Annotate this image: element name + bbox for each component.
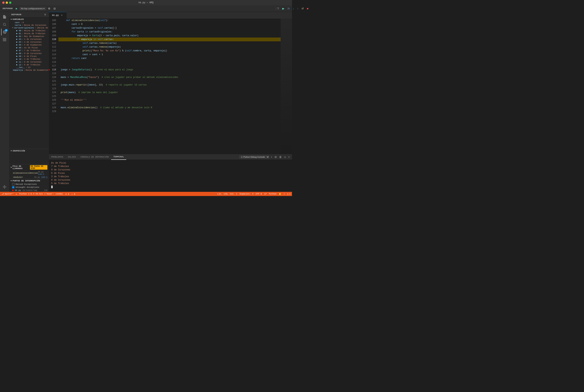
status-bell[interactable]: 🔔 [279,193,282,195]
bp-raised-label: Raised Exceptions [16,183,37,186]
status-position[interactable]: Lín. 110, Col. 1 [217,193,238,195]
step-over-button[interactable]: ↷ [287,7,290,10]
inspection-section-header[interactable]: ▼ INSPECCIÓN [9,149,49,153]
terminal-dropdown[interactable]: 1: Python Debug Console [239,155,269,159]
svg-rect-6 [5,40,6,41]
depurar-label: DEPURAR [12,14,22,16]
activity-explorer[interactable] [1,14,8,20]
panel-tabs: PROBLEMAS SALIDA CONSOLA DE DEPURACIÓN T… [49,154,292,160]
window-controls[interactable] [2,2,12,4]
activity-settings[interactable] [1,184,8,190]
line-ending-text: LF [264,193,266,195]
var-carta[interactable]: carta : Reina de Corazones [9,24,49,26]
ln-112: 112 [49,45,56,49]
code-line-117 [58,64,280,68]
code-content[interactable]: def eliminaCoincidencias(self): cant = 0… [58,18,280,154]
code-line-107: cartasOriginales = self.cartas[:] [58,26,280,30]
status-sync[interactable]: ↻ 1 [287,193,290,195]
var-12[interactable]: ▶ 12 : 5 de Tréboles [9,63,49,66]
var-04[interactable]: ▶ 04 : 3 de Corazones [9,40,49,44]
var-11[interactable]: ▶ 11 : 8 de Corazones [9,60,49,63]
bp-raised-checkbox[interactable] [12,183,14,186]
var-10[interactable]: ▶ 10 : 3 de Tréboles [9,58,49,60]
bp-line-num: 118 [44,189,48,192]
sidebar-actions: ⎘ [44,13,47,16]
gear-button[interactable]: ⚙ [47,6,52,10]
variables-label: VARIABLES [12,18,24,20]
bp-uncaught-checkbox[interactable]: ✓ [12,186,14,188]
var-cartasoriginales[interactable]: ▼ cartasOriginales : [Reina de Corazones… [9,26,49,29]
ln-120: 120 [49,76,56,79]
status-warnings[interactable]: ⚠ 0 [72,193,75,195]
ln-107: 107 [49,26,56,30]
panel-up-button[interactable]: ∧ [283,155,287,159]
continue-button[interactable]: ▶ [282,7,285,10]
var-empareja[interactable]: empareja : Reina de Diamantes [9,69,49,72]
var-00[interactable]: ▶ 00 : Reina de Tréboles [9,29,49,32]
var-09[interactable]: ▶ 09 : 6 de Picas [9,55,49,58]
branch-name: master* [5,193,14,195]
code-line-108: for carta in cartasOriginales: [58,30,280,34]
status-errors[interactable]: ⊘ 0 [66,193,69,195]
tab-debug-console[interactable]: CONSOLA DE DEPURACIÓN [78,154,111,160]
code-editor: 105 106 107 108 109 → 110 111 112 113 11… [49,18,292,154]
ln-125: 125 [49,94,56,98]
code-line-110: if empareja in self.cartas: [58,38,280,41]
tab-terminal[interactable]: TERMINAL [111,154,126,160]
status-branch[interactable]: ⎇ master* [2,193,14,195]
tab-problems[interactable]: PROBLEMAS [49,154,66,160]
svg-rect-5 [3,40,4,41]
var-02[interactable]: ▶ 02 : Rey de Diamantes [9,35,49,38]
terminal-content[interactable]: As de Picas 7 de Tréboles 9 de Corazones… [49,160,292,192]
variables-section-header[interactable]: ▼ VARIABLES [9,18,49,21]
breakpoints-header[interactable]: ▼ PUNTOS DE INTERRUPCIÓN [9,179,49,183]
warnings-text: ⚠ 0 [72,193,75,195]
callstack-loc-0: kk.py 110:1 [38,171,48,175]
var-03[interactable]: ▶ 03 : 4 de Corazones [9,38,49,40]
variables-list: cant : 0 carta : Reina de Corazones ▼ ca… [9,21,49,149]
close-button[interactable] [2,2,4,4]
status-language[interactable]: Python [269,193,277,195]
play-button[interactable]: ▶ [14,7,18,10]
config-button[interactable]: No hay configuraciones ▾ [19,7,46,10]
tab-output[interactable]: SALIDA [66,154,78,160]
var-05[interactable]: ▶ 05 : 4 de Diamantes [9,44,49,46]
maximize-button[interactable] [9,2,12,4]
status-encoding[interactable]: UTF-8 [256,193,262,195]
bp-uncaught-exceptions[interactable]: ✓ Uncaught Exceptions [9,186,49,189]
var-08[interactable]: ▶ 08 : 9 de Corazones [9,52,49,55]
callstack-item-0[interactable]: eliminaCoincidencias kk.py 110:1 [9,170,49,176]
var-07[interactable]: ▶ 07 : 7 de Tréboles [9,49,49,52]
bp-file[interactable]: kk.py /private/tmp 118 [9,189,49,192]
tab-kkpy[interactable]: kk.py × [49,12,66,18]
minimize-button[interactable] [6,2,8,4]
sync-icon: ↻ [287,193,288,195]
tab-kkpy-close[interactable]: × [60,14,63,17]
var-len[interactable]: __len__ : 13 [9,66,49,69]
split-terminal-button[interactable]: ⊞ [274,155,278,159]
var-cant[interactable]: cant : 0 [9,21,49,24]
callstack-header[interactable]: ▼ PILA DE LLAMADAS EN PAUSA EN STEP [9,164,49,170]
svg-point-0 [3,23,6,26]
status-python[interactable]: Python 3.6.4 64-bit ('base': conda) [19,193,63,195]
bp-raised-exceptions[interactable]: Raised Exceptions [9,183,49,186]
activity-search[interactable] [1,21,8,28]
status-refresh[interactable]: ↻ [16,193,17,195]
panel-close-button[interactable]: × [288,155,290,159]
add-terminal-button[interactable]: + [270,155,273,159]
terminal-cursor[interactable] [51,186,53,188]
status-spaces[interactable]: Espacios: 4 [240,193,254,195]
sidebar: DEPURAR ⎘ ▼ VARIABLES cant : 0 [9,12,49,192]
ln-111: 111 [49,41,56,45]
sidebar-copy-btn[interactable]: ⎘ [44,13,47,16]
var-01[interactable]: ▶ 01 : Reina de Tréboles [9,32,49,35]
activity-debug[interactable]: 14 [1,28,8,36]
status-line-ending[interactable]: LF [264,193,266,195]
var-06[interactable]: ▶ 06 : As de Picas [9,46,49,49]
split-button[interactable]: ⊟ [52,6,57,10]
depurar-label: DEPURAR [2,7,14,10]
status-smiley[interactable]: ☺ [284,193,285,195]
callstack-item-1[interactable]: <module> kk.py 128:1 [9,176,49,179]
activity-extensions[interactable] [1,36,8,43]
trash-terminal-button[interactable]: 🗑 [278,155,282,159]
